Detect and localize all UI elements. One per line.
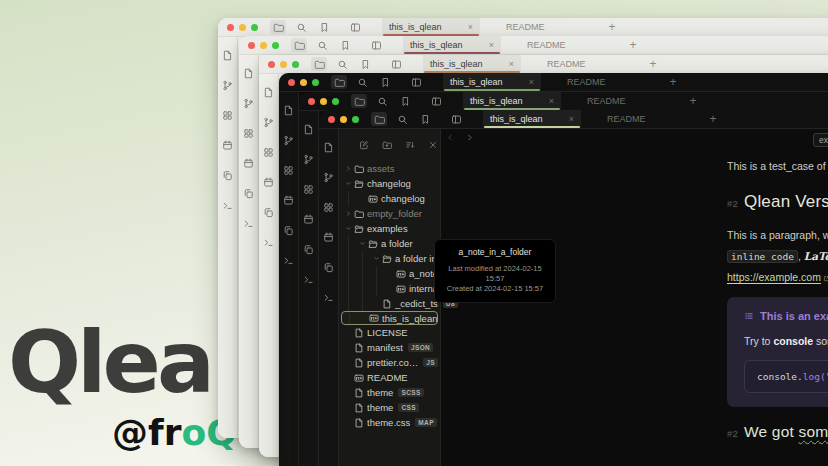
tree-file-manifest[interactable]: manifestJSON <box>339 340 440 355</box>
rail-git-branch-button[interactable] <box>263 114 274 132</box>
new-tab-button[interactable]: + <box>670 77 677 87</box>
rail-calendar-button[interactable] <box>283 192 294 210</box>
close-button[interactable] <box>268 61 275 68</box>
tree-folder-assets[interactable]: assets <box>339 161 440 176</box>
close-button[interactable] <box>288 79 295 86</box>
tab-this-is-qlean[interactable]: this_is_qlean× <box>403 36 501 54</box>
close-button[interactable] <box>308 98 315 105</box>
minimize-button[interactable] <box>280 61 287 68</box>
bookmark-button[interactable] <box>417 112 433 126</box>
close-button[interactable] <box>248 42 255 49</box>
tab-this-is-qlean[interactable]: this_is_qlean× <box>382 18 480 36</box>
tree-file-readme[interactable]: README <box>339 370 440 385</box>
rail-git-branch-button[interactable] <box>303 151 314 169</box>
tab-close-button[interactable]: × <box>468 22 473 32</box>
tab-this-is-qlean[interactable]: this_is_qlean× <box>423 55 521 73</box>
tree-folder-empty-folder[interactable]: empty_folder <box>339 206 440 221</box>
minimize-button[interactable] <box>340 116 347 123</box>
folder-button[interactable] <box>371 112 387 126</box>
rail-clipboard-button[interactable] <box>323 259 334 277</box>
rail-grid-button[interactable] <box>303 181 314 199</box>
search-button[interactable] <box>293 20 309 34</box>
search-button[interactable] <box>314 38 330 52</box>
rail-files-button[interactable] <box>283 102 294 120</box>
layout-button[interactable] <box>388 57 404 71</box>
search-button[interactable] <box>374 94 390 108</box>
rail-terminal-button[interactable] <box>283 252 294 270</box>
tree-file-this-is-qlean[interactable]: this_is_qlean <box>341 311 438 325</box>
tab-close-button[interactable]: × <box>509 59 514 69</box>
layout-button[interactable] <box>448 112 464 126</box>
folder-button[interactable] <box>331 75 347 89</box>
rail-git-branch-button[interactable] <box>243 95 254 113</box>
rail-terminal-button[interactable] <box>243 215 254 233</box>
rail-calendar-button[interactable] <box>263 174 274 192</box>
inline-link[interactable]: https://example.com <box>727 271 828 283</box>
rail-terminal-button[interactable] <box>263 234 274 252</box>
close-button[interactable] <box>227 24 234 31</box>
minimize-button[interactable] <box>320 98 327 105</box>
rail-grid-button[interactable] <box>243 125 254 143</box>
tab-close-button[interactable]: × <box>489 40 494 50</box>
zoom-button[interactable] <box>332 98 339 105</box>
close-button[interactable] <box>328 116 335 123</box>
tab-readme[interactable]: README <box>600 110 653 128</box>
layout-button[interactable] <box>347 20 363 34</box>
tab-this-is-qlean[interactable]: this_is_qlean× <box>463 92 561 110</box>
breadcrumb-parent[interactable]: examples <box>813 133 828 147</box>
tree-file-internal-[interactable]: internal… <box>339 281 440 296</box>
rail-grid-button[interactable] <box>323 199 334 217</box>
tree-file-license[interactable]: LICENSE <box>339 325 440 340</box>
rail-clipboard-button[interactable] <box>243 185 254 203</box>
tab-close-button[interactable]: × <box>569 114 574 124</box>
search-button[interactable] <box>394 112 410 126</box>
bookmark-button[interactable] <box>337 38 353 52</box>
rail-calendar-button[interactable] <box>243 155 254 173</box>
zoom-button[interactable] <box>272 42 279 49</box>
sort-button[interactable] <box>405 136 415 154</box>
search-button[interactable] <box>354 75 370 89</box>
search-button[interactable] <box>334 57 350 71</box>
rail-clipboard-button[interactable] <box>283 222 294 240</box>
zoom-button[interactable] <box>312 79 319 86</box>
bookmark-button[interactable] <box>316 20 332 34</box>
tab-readme[interactable]: README <box>520 36 573 54</box>
rail-calendar-button[interactable] <box>303 211 314 229</box>
rail-git-branch-button[interactable] <box>323 169 334 187</box>
folder-button[interactable] <box>351 94 367 108</box>
folder-button[interactable] <box>311 57 327 71</box>
new-tab-button[interactable]: + <box>650 59 657 69</box>
tree-file-changelog[interactable]: changelog <box>339 191 440 206</box>
rail-terminal-button[interactable] <box>222 197 233 215</box>
rail-clipboard-button[interactable] <box>303 241 314 259</box>
rail-terminal-button[interactable] <box>323 289 334 307</box>
compose-button[interactable] <box>359 136 369 154</box>
nav-forward-button[interactable] <box>465 133 474 142</box>
tab-readme[interactable]: README <box>560 73 613 91</box>
minimize-button[interactable] <box>239 24 246 31</box>
rail-terminal-button[interactable] <box>303 271 314 289</box>
rail-calendar-button[interactable] <box>323 229 334 247</box>
rail-git-branch-button[interactable] <box>283 132 294 150</box>
minimize-button[interactable] <box>300 79 307 86</box>
tree-file-a-note-[interactable]: a_note_… <box>339 266 440 281</box>
tree-file-prettier-co-[interactable]: prettier.co…JS <box>339 355 440 370</box>
layout-button[interactable] <box>368 38 384 52</box>
new-tab-button[interactable]: + <box>630 40 637 50</box>
minimize-button[interactable] <box>260 42 267 49</box>
tree-file-theme[interactable]: themeCSS <box>339 400 440 415</box>
nav-back-button[interactable] <box>446 133 455 142</box>
new-tab-button[interactable]: + <box>710 114 717 124</box>
rail-grid-button[interactable] <box>283 162 294 180</box>
new-tab-button[interactable]: + <box>609 22 616 32</box>
rail-files-button[interactable] <box>323 139 334 157</box>
tree-folder-a-folder[interactable]: a folder <box>339 236 440 251</box>
folder-button[interactable] <box>291 38 307 52</box>
rail-grid-button[interactable] <box>263 144 274 162</box>
rail-clipboard-button[interactable] <box>263 204 274 222</box>
zoom-button[interactable] <box>251 24 258 31</box>
new-folder-button[interactable] <box>382 136 392 154</box>
tree-folder-a-folder-in-[interactable]: a folder in… <box>339 251 440 266</box>
zoom-button[interactable] <box>292 61 299 68</box>
bookmark-button[interactable] <box>397 94 413 108</box>
